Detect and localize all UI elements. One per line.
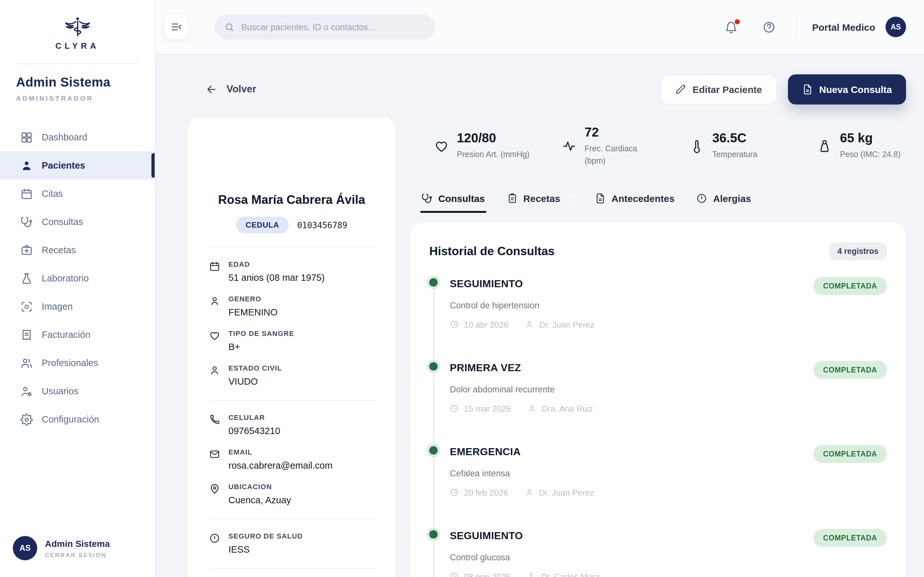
pulse-icon [562,139,576,153]
detail-marital-status: ESTADO CIVIL VIUDO [209,364,378,387]
sidebar-item-laboratorio[interactable]: Laboratorio [0,264,155,292]
tab-recetas[interactable]: Recetas 2 [505,186,574,212]
consultation-reason: Control de hipertension [450,300,887,310]
tab-antecedentes[interactable]: Antecedentes [594,186,676,212]
consultation-doctor: Dra. Ana Ruiz [527,404,593,413]
map-pin-icon [209,484,220,505]
arrow-left-icon [205,83,218,95]
help-button[interactable] [762,20,775,34]
card-divider [209,247,378,247]
detail-email: EMAIL rosa.cabrera@email.com [209,448,378,471]
page-header: Volver Editar Paciente Nueva Consulta [187,71,906,107]
back-button[interactable]: Volver [205,83,256,95]
receipt-icon [21,329,33,341]
search-input[interactable] [241,22,425,32]
card-divider [209,568,378,569]
sidebar-item-profesionales[interactable]: Profesionales [0,349,155,377]
alert-circle-icon [209,533,220,554]
tab-consultas[interactable]: Consultas [420,186,486,212]
notification-dot [734,19,740,24]
back-label: Volver [226,83,256,95]
user-icon [527,572,536,577]
card-divider [209,519,378,519]
consultation-item[interactable]: EMERGENCIA COMPLETADA Cefalea intensa 20… [429,445,887,529]
consultation-history-card: Historial de Consultas 4 registros SEGUI… [410,223,906,577]
header-actions: Editar Paciente Nueva Consulta [661,74,906,104]
file-text-icon [595,193,606,203]
scan-icon [21,300,33,313]
sidebar-item-label: Imagen [42,301,73,311]
sidebar-item-configuracion[interactable]: Configuración [0,405,155,434]
sidebar-item-usuarios[interactable]: Usuarios [0,377,155,405]
sidebar-item-label: Consultas [42,217,83,227]
sidebar-footer: AS Admin Sistema CERRAR SESION [0,524,155,577]
tab-alergias[interactable]: Alergias [695,186,752,212]
brand-logo-text: CLYRA [55,41,99,51]
patient-main-panel: 120/80 Presion Art. (mmHg) 72 Frec. Card… [410,117,906,577]
detail-gender: GENERO FEMENINO [209,295,378,318]
sidebar-item-dashboard[interactable]: Dashboard [0,123,155,151]
sidebar-item-label: Recetas [42,245,76,255]
edit-patient-button[interactable]: Editar Paciente [661,74,777,104]
clock-icon [450,404,459,413]
user-icon [209,295,220,318]
consultation-date: 08 ene 2026 [450,572,510,577]
sidebar-item-consultas[interactable]: Consultas [0,208,155,236]
consultation-timeline: SEGUIMIENTO COMPLETADA Control de hipert… [429,277,887,577]
topbar-right: Portal Medico AS [724,16,906,38]
timeline-dot [429,530,438,538]
new-consult-button[interactable]: Nueva Consulta [788,74,906,104]
sidebar-user-name: Admin Sistema [16,75,139,90]
logout-link[interactable]: CERRAR SESION [45,551,110,558]
topbar: Portal Medico AS [155,0,924,55]
status-badge: COMPLETADA [813,277,887,295]
calendar-icon [209,261,220,283]
consultation-type: PRIMERA VEZ [450,361,521,374]
search-icon [224,21,235,32]
file-text-icon [802,84,813,95]
sidebar-item-label: Usuarios [42,386,78,396]
sidebar-item-facturacion[interactable]: Facturación [0,321,155,349]
sidebar-item-recetas[interactable]: Recetas [0,236,155,264]
patient-card: Rosa María Cabrera Ávila CEDULA 01034567… [187,117,396,577]
notifications-button[interactable] [724,20,738,34]
detail-phone: CELULAR 0976543210 [209,414,378,436]
calendar-icon [21,187,33,200]
sidebar-toggle-button[interactable] [164,15,189,39]
sidebar-item-label: Pacientes [42,160,85,171]
sidebar-item-label: Citas [42,189,63,199]
search-bar[interactable] [214,14,435,40]
consultation-type: EMERGENCIA [450,445,521,458]
medical-kit-icon [21,244,33,256]
consultation-item[interactable]: SEGUIMIENTO COMPLETADA Control glucosa 0… [429,529,887,577]
vital-blood-pressure: 120/80 Presion Art. (mmHg) [435,125,562,167]
consultation-date: 10 abr 2026 [450,319,509,329]
gear-icon [21,413,33,425]
records-count-chip: 4 registros [829,242,887,260]
consultation-reason: Dolor abdominal recurrente [450,384,887,394]
detail-blood-type: TIPO DE SANGRE B+ [209,330,378,352]
sidebar-item-citas[interactable]: Citas [0,179,155,208]
clock-icon [450,572,459,577]
sidebar-item-pacientes[interactable]: Pacientes [0,151,155,179]
patient-name: Rosa María Cabrera Ávila [205,193,378,207]
consultation-type: SEGUIMIENTO [450,529,523,542]
consultation-date: 20 feb 2026 [450,488,508,497]
vitals-row: 120/80 Presion Art. (mmHg) 72 Frec. Card… [410,117,906,167]
help-icon [762,20,775,34]
user-icon [527,404,536,413]
heart-icon [209,330,220,352]
clock-icon [450,488,459,497]
sidebar-item-label: Configuración [42,414,99,424]
consultation-doctor: Dr. Juan Perez [525,488,594,497]
status-badge: COMPLETADA [813,361,887,379]
sidebar-item-imagen[interactable]: Imagen [0,292,155,321]
detail-age: EDAD 51 anios (08 mar 1975) [209,260,378,283]
consultation-item[interactable]: PRIMERA VEZ COMPLETADA Dolor abdominal r… [429,361,887,445]
status-badge: COMPLETADA [813,529,887,546]
consultation-date: 15 mar 2026 [450,404,511,413]
consultation-item[interactable]: SEGUIMIENTO COMPLETADA Control de hipert… [429,277,887,361]
user-avatar[interactable]: AS [885,17,906,37]
consultation-reason: Control glucosa [450,552,887,562]
tabs-bar: Consultas Recetas 2 Antecedentes [410,186,906,213]
